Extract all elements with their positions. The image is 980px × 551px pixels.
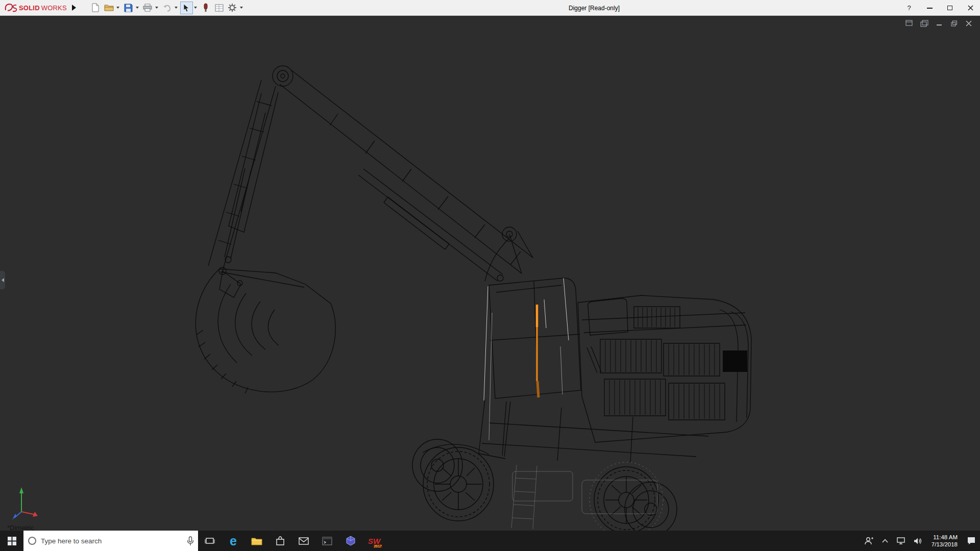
- cursor-arrow-icon: [183, 4, 190, 12]
- doc-restore-button[interactable]: [949, 19, 959, 28]
- cascade-window-button[interactable]: [919, 19, 929, 28]
- brand-solid-text: SOLID: [19, 4, 40, 12]
- edge-button[interactable]: e: [222, 531, 245, 551]
- doc-close-button[interactable]: [964, 19, 974, 28]
- 3d-viewer-icon: [346, 536, 356, 546]
- selected-edge-highlight: [537, 305, 538, 397]
- taskbar: e: [0, 531, 980, 551]
- menu-expander-icon[interactable]: [72, 5, 76, 11]
- minimize-button[interactable]: [925, 3, 934, 13]
- edit-appearance-button[interactable]: [200, 2, 212, 14]
- window-controls: ?: [904, 0, 975, 16]
- volume-icon: [914, 537, 922, 545]
- gear-icon: [228, 3, 237, 12]
- printer-icon: [143, 4, 152, 12]
- task-view-icon: [205, 537, 215, 545]
- quick-access-toolbar: [89, 2, 245, 14]
- document-window-controls: [904, 19, 974, 28]
- close-button[interactable]: [966, 3, 975, 13]
- action-center-button[interactable]: [963, 531, 980, 551]
- clock-time: 11:48 AM: [932, 534, 958, 541]
- close-icon: [966, 20, 972, 27]
- screen: SOLIDWORKS: [0, 0, 980, 551]
- document-title: Digger [Read-only]: [569, 5, 620, 12]
- new-window-button[interactable]: [904, 19, 915, 28]
- start-button[interactable]: [0, 531, 23, 551]
- network-icon: [896, 537, 905, 545]
- help-button[interactable]: ?: [904, 3, 914, 13]
- system-tray: 11:48 AM 7/13/2018: [861, 531, 980, 551]
- solidworks-brand: SOLIDWORKS: [0, 3, 67, 13]
- save-button[interactable]: [122, 2, 135, 14]
- dropdown-caret[interactable]: [175, 7, 178, 9]
- titlebar: SOLIDWORKS: [0, 0, 980, 16]
- volume-button[interactable]: [910, 531, 926, 551]
- grid-table-icon: [215, 4, 224, 12]
- view-layout-button[interactable]: [213, 2, 226, 14]
- dropdown-caret[interactable]: [136, 7, 139, 9]
- clock-date: 7/13/2018: [932, 541, 958, 548]
- excavator-wireframe-model: [0, 16, 980, 531]
- view-orientation-label: *Dimetric: [7, 524, 34, 531]
- select-button[interactable]: [180, 2, 193, 14]
- action-center-icon: [967, 537, 976, 545]
- orientation-triad[interactable]: [8, 484, 44, 524]
- graphics-viewport[interactable]: *Dimetric: [0, 16, 980, 531]
- appearance-brush-icon: [203, 3, 209, 12]
- cortana-circle-icon: [28, 536, 37, 545]
- window-icon: [905, 20, 914, 27]
- taskbar-search[interactable]: [23, 531, 198, 551]
- store-bag-icon: [276, 536, 285, 545]
- solidworks-icon: SW 2017: [366, 533, 382, 548]
- new-document-button[interactable]: [89, 2, 102, 14]
- 3d-viewer-button[interactable]: [339, 531, 362, 551]
- print-button[interactable]: [141, 2, 154, 14]
- undo-arrow-icon: [163, 4, 172, 12]
- dropdown-caret[interactable]: [116, 7, 119, 9]
- file-explorer-button[interactable]: [245, 531, 268, 551]
- new-document-icon: [91, 3, 100, 12]
- mail-envelope-icon: [299, 537, 309, 545]
- microphone-icon[interactable]: [187, 536, 194, 546]
- dropdown-caret[interactable]: [240, 7, 243, 9]
- options-button[interactable]: [226, 2, 239, 14]
- network-button[interactable]: [892, 531, 910, 551]
- feature-panel-collapse-tab[interactable]: [0, 271, 5, 289]
- windows-start-icon: [8, 537, 16, 545]
- cascade-icon: [920, 20, 928, 27]
- chevron-up-icon: [882, 539, 888, 543]
- store-button[interactable]: [268, 531, 292, 551]
- taskbar-clock[interactable]: 11:48 AM 7/13/2018: [926, 534, 963, 548]
- maximize-button[interactable]: [945, 3, 954, 13]
- search-input[interactable]: [41, 537, 183, 545]
- show-hidden-icons-button[interactable]: [878, 531, 892, 551]
- dropdown-caret[interactable]: [194, 7, 197, 9]
- solidworks-taskbar-button[interactable]: SW 2017: [362, 531, 386, 551]
- close-icon: [968, 5, 973, 11]
- console-button[interactable]: [315, 531, 339, 551]
- minimize-icon: [936, 20, 942, 27]
- open-button[interactable]: [103, 2, 115, 14]
- file-explorer-icon: [251, 537, 262, 545]
- doc-minimize-button[interactable]: [934, 19, 944, 28]
- solidworks-year-badge: 2017: [373, 544, 382, 548]
- ds-logo-icon: [4, 3, 17, 13]
- chevron-left-icon: [2, 278, 4, 282]
- mail-button[interactable]: [292, 531, 315, 551]
- console-icon: [322, 537, 332, 545]
- dropdown-caret[interactable]: [155, 7, 158, 9]
- open-folder-icon: [104, 4, 114, 12]
- restore-icon: [951, 20, 958, 27]
- task-view-button[interactable]: [198, 531, 222, 551]
- brand-works-text: WORKS: [41, 4, 67, 12]
- people-icon: [865, 537, 874, 545]
- people-button[interactable]: [861, 531, 878, 551]
- save-floppy-icon: [124, 4, 133, 12]
- undo-button[interactable]: [161, 2, 174, 14]
- edge-icon: e: [230, 535, 237, 547]
